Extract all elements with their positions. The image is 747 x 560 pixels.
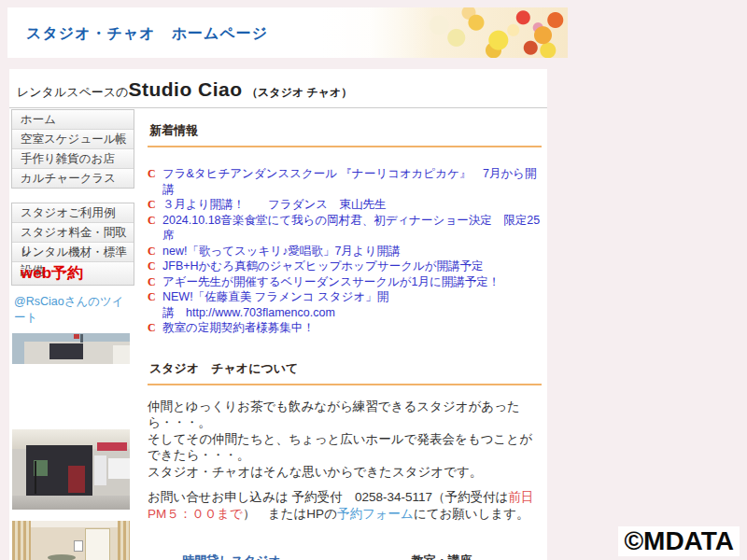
page-title: レンタルスペースのStudio Ciao （スタジオ チャオ） xyxy=(9,69,547,108)
news-link[interactable]: フラ&タヒチアンダンススクール 『ナーリコオカピカケ』 7月から開講 xyxy=(162,167,537,196)
news-bullet-icon: C xyxy=(148,274,156,290)
news-item: C 教室の定期契約者様募集中！ xyxy=(148,320,542,336)
classes-heading: 教室・講座 xyxy=(344,553,540,560)
news-link[interactable]: 2024.10.18音楽食堂にて我らの岡村君、初ディナーショー決定 限定25席 xyxy=(162,214,540,243)
twitter-feed-link[interactable]: @RsCiaoさんのツイート xyxy=(11,294,134,326)
about-line: そしてその仲間たちと、ちょっと広いホールで発表会をもつことができたら・・・。 xyxy=(148,431,542,464)
contact-text: お問い合せお申し込みは 予約受付 0258-34-5117（予約受付は xyxy=(148,490,508,504)
news-link[interactable]: ３月より開講！ フラダンス 東山先生 xyxy=(162,198,387,211)
news-link[interactable]: new!「歌ってスッキリ♪愛唱歌」7月より開講 xyxy=(162,245,400,258)
news-link-url[interactable]: 講 http://www.703flamenco.com xyxy=(162,305,542,321)
main-column: 新着情報 C フラ&タヒチアンダンススクール 『ナーリコオカピカケ』 7月から開… xyxy=(148,107,542,560)
news-link[interactable]: JFB+Hかむろ真鶴のジャズヒップホップサークルが開講予定 xyxy=(162,259,484,273)
about-section-heading: スタジオ チャオについて xyxy=(148,360,542,385)
classes-column: 教室・講座 レッスン場所をお探しの先生 ただいま定期契約募集中！！ xyxy=(344,553,540,560)
photo-studio-interior[interactable] xyxy=(12,521,130,560)
bottom-columns: 時間貸しスタジオ 長岡駅から6分。東坂之上3丁目、旧国道17号線沿いニッセイビル… xyxy=(148,553,542,560)
vending-machine xyxy=(94,455,106,486)
left-curtain xyxy=(12,521,31,560)
page-title-prefix: レンタルスペースの xyxy=(17,85,128,99)
news-bullet-icon: C xyxy=(148,213,156,229)
red-machine xyxy=(68,466,85,493)
header-band: スタジオ・チャオ ホームページ xyxy=(7,7,568,58)
about-line: 仲間とゆっくりお茶でも飲みながら練習できるスタジオがあったら・・・。 xyxy=(148,399,542,431)
page-title-suffix: （スタジオ チャオ） xyxy=(247,86,352,99)
sidebar-item-vacancy-schedule[interactable]: 空室スケジュール帳 xyxy=(12,129,134,148)
contact-text: ） またはHPの xyxy=(243,507,337,521)
sidebar-menu-mid: スタジオご利用例 スタジオ料金・間取り レンタル機材・標準設備 web予約 xyxy=(11,203,134,286)
news-bullet-icon: C xyxy=(148,166,156,182)
photo-building-exterior[interactable] xyxy=(12,333,130,364)
mic-stand xyxy=(35,461,36,493)
site-title: スタジオ・チャオ ホームページ xyxy=(26,24,268,44)
ground xyxy=(12,496,130,510)
about-paragraph: 仲間とゆっくりお茶でも飲みながら練習できるスタジオがあったら・・・。 そしてその… xyxy=(148,399,542,481)
news-link[interactable]: 教室の定期契約者様募集中！ xyxy=(162,321,315,334)
contact-paragraph: お問い合せお申し込みは 予約受付 0258-34-5117（予約受付は前日PM５… xyxy=(148,489,542,523)
building-window xyxy=(49,343,82,359)
page-title-main: Studio Ciao xyxy=(128,78,242,100)
news-item: C フラ&タヒチアンダンススクール 『ナーリコオカピカケ』 7月から開講 xyxy=(148,166,542,197)
news-bullet-icon: C xyxy=(148,259,156,274)
sidebar-menu-top: ホーム 空室スケジュール帳 手作り雑貨のお店 カルチャークラス xyxy=(11,109,134,189)
door xyxy=(85,528,110,560)
news-bullet-icon: C xyxy=(148,244,156,259)
right-curtain xyxy=(118,521,130,560)
hourly-studio-column: 時間貸しスタジオ 長岡駅から6分。東坂之上3丁目、旧国道17号線沿いニッセイビル… xyxy=(148,553,316,560)
flower-banner-image xyxy=(320,7,568,58)
news-bullet-icon: C xyxy=(148,197,156,213)
sidebar-item-fees-floorplan[interactable]: スタジオ料金・間取り xyxy=(12,222,134,242)
sidebar-item-web-reserve[interactable]: web予約 xyxy=(12,261,134,285)
news-item: C JFB+Hかむろ真鶴のジャズヒップホップサークルが開講予定 xyxy=(148,259,542,274)
hourly-studio-heading-link[interactable]: 時間貸しスタジオ xyxy=(148,553,316,560)
news-item: C 2024.10.18音楽食堂にて我らの岡村君、初ディナーショー決定 限定25… xyxy=(148,213,542,244)
rooftop-antenna xyxy=(80,334,83,343)
news-bullet-icon: C xyxy=(148,320,156,336)
sidebar-item-home[interactable]: ホーム xyxy=(12,110,134,129)
news-item: C new!「歌ってスッキリ♪愛唱歌」7月より開講 xyxy=(148,244,542,259)
news-section-heading: 新着情報 xyxy=(148,122,542,147)
sidebar-item-culture-class[interactable]: カルチャークラス xyxy=(12,168,134,188)
news-link[interactable]: NEW!「佐藤直美 フラメンコ スタジオ」開 xyxy=(162,290,388,303)
shop-sign xyxy=(97,442,128,451)
cymbal xyxy=(48,554,76,560)
white-van xyxy=(108,458,130,479)
reservation-form-link[interactable]: 予約フォーム xyxy=(337,507,414,521)
wall-frame xyxy=(74,540,84,552)
rooftop-flag xyxy=(74,334,79,339)
sidebar-item-handmade-shop[interactable]: 手作り雑貨のお店 xyxy=(12,148,134,168)
contact-text: にてお願いします。 xyxy=(414,507,529,521)
news-link[interactable]: アギー先生が開催するベリーダンスサークルが1月に開講予定！ xyxy=(162,275,500,288)
building-side xyxy=(113,345,130,364)
about-line: スタジオ・チャオはそんな思いからできたスタジオです。 xyxy=(148,464,542,481)
photo-studio-entrance[interactable] xyxy=(12,429,130,510)
news-item: C NEW!「佐藤直美 フラメンコ スタジオ」開 講 http://www.70… xyxy=(148,289,542,320)
news-item: C ３月より開講！ フラダンス 東山先生 xyxy=(148,197,542,213)
sidebar: ホーム 空室スケジュール帳 手作り雑貨のお店 カルチャークラス スタジオご利用例… xyxy=(11,109,134,560)
content-panel: レンタルスペースのStudio Ciao （スタジオ チャオ） ホーム 空室スケ… xyxy=(9,69,547,560)
news-bullet-icon: C xyxy=(148,289,156,305)
news-list: C フラ&タヒチアンダンススクール 『ナーリコオカピカケ』 7月から開講 C ３… xyxy=(148,166,542,336)
sidebar-item-usage-examples[interactable]: スタジオご利用例 xyxy=(12,203,134,222)
news-item: C アギー先生が開催するベリーダンスサークルが1月に開講予定！ xyxy=(148,274,542,290)
sidebar-item-rental-equipment[interactable]: レンタル機材・標準設備 xyxy=(12,242,134,261)
mdata-watermark: ©MDATA xyxy=(618,526,740,556)
